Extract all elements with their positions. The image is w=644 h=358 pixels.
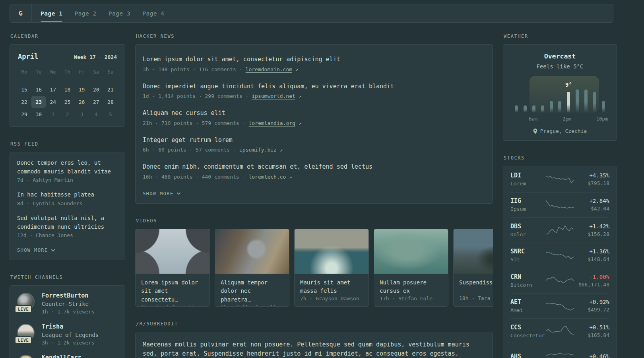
external-link-icon[interactable]: ↗ (280, 147, 283, 153)
stock-sparkline (546, 275, 574, 286)
story-meta: 21h · 710 points · 579 comments · loreml… (143, 120, 485, 126)
hackernews-header: HACKER NEWS (136, 33, 493, 39)
story-title[interactable]: Donec enim nibh, condimentum et accumsan… (143, 162, 485, 171)
stock-change: +0.46% (574, 353, 610, 358)
video-card[interactable]: Suspendisse diam 18h · Tara (453, 229, 493, 307)
video-card[interactable]: Lorem ipsum dolor sit amet consectetu… 1… (135, 229, 210, 307)
weekday-label: Su (103, 67, 118, 77)
stock-left: CRN Bitcorn (510, 273, 546, 288)
temp-bar-slot: 9° (564, 77, 573, 113)
channel-name: KendallCarr (42, 354, 81, 358)
stock-row[interactable]: AET Amet +0.92% $499.72 (510, 293, 609, 319)
stock-left: DBS Dolor (510, 223, 546, 237)
external-link-icon[interactable]: ↗ (289, 174, 292, 180)
temperature-bars: 9° (512, 77, 608, 113)
stocks-header: STOCKS (504, 155, 617, 161)
stock-price: $795.18 (574, 180, 610, 186)
stock-change: +1.36% (574, 248, 610, 255)
stock-ticker: AET (510, 298, 546, 305)
calendar-day: 5 (103, 108, 118, 120)
stock-row[interactable]: DBS Dolor +1.42% $156.28 (510, 217, 609, 243)
page-tab[interactable]: Page 2 (74, 4, 96, 22)
hackernews-list: Lorem ipsum dolor sit amet, consectetur … (143, 55, 485, 180)
calendar-month: April (18, 53, 38, 60)
calendar-day: 1 (46, 108, 60, 120)
stock-row[interactable]: CRN Bitcorn -1.00% $66,171.48 (510, 268, 609, 293)
temp-bar-slot (582, 77, 590, 113)
page-tab[interactable]: Page 4 (142, 4, 164, 22)
stock-row[interactable]: LDI Lorem +4.35% $795.18 (510, 167, 609, 192)
story-title[interactable]: Lorem ipsum dolor sit amet, consectetur … (143, 55, 485, 64)
twitch-section: TWITCH CHANNELS LIVE ForrestBurton Count… (10, 274, 125, 358)
page-tab[interactable]: Page 1 (41, 4, 62, 22)
channel-game: League of Legends (42, 332, 99, 338)
page-tab[interactable]: Page 3 (109, 4, 130, 22)
stock-change: +0.92% (574, 299, 610, 305)
rss-item-title[interactable]: Sed volutpat nulla nisl, a condimentum n… (17, 214, 118, 231)
rss-show-more-button[interactable]: SHOW MORE (17, 247, 55, 253)
story-title[interactable]: Integer eget rutrum lorem (143, 136, 485, 145)
video-title: Aliquam tempor dolor nec pharetra… (221, 278, 283, 304)
hackernews-show-more-button[interactable]: SHOW MORE (143, 191, 181, 197)
stock-left: CCS Consectetur (510, 324, 546, 339)
stock-left: LDI Lorem (510, 172, 546, 187)
stock-right: +1.42% $156.28 (574, 223, 610, 237)
stock-name: Sit (510, 257, 546, 263)
story-domain-link[interactable]: loremlandia.org (248, 120, 295, 126)
rss-item-title[interactable]: Donec tempor eros leo, ut commodo mauris… (17, 159, 118, 176)
calendar-head: April Week 17 · 2024 (17, 51, 118, 60)
story-domain-link[interactable]: ipsumify.biz (239, 147, 277, 153)
temp-bar (532, 105, 535, 113)
stock-right: +0.46% (574, 353, 610, 358)
video-body: Suspendisse diam 18h · Tara (454, 274, 493, 306)
rss-item-title[interactable]: In hac habitasse platea (17, 191, 118, 199)
external-link-icon[interactable]: ↗ (299, 93, 301, 99)
video-card[interactable]: Nullam posuere cursus ex 17h · Stefan Co… (374, 229, 448, 307)
twitch-channel-row[interactable]: LIVE KendallCarr (17, 354, 118, 358)
weather-section: WEATHER Overcast Feels like 5°C 9° 6am2p… (503, 33, 617, 141)
rss-item-meta: 8d · Cynthia Saunders (17, 200, 118, 206)
stock-row[interactable]: AHS +0.46% (510, 344, 609, 358)
stock-row[interactable]: CCS Consectetur +0.51% $165.84 (510, 318, 609, 344)
stock-sparkline (546, 174, 574, 185)
calendar-day: 2 (60, 108, 74, 120)
app-logo: G (10, 4, 32, 22)
calendar-day: 3 (75, 108, 89, 120)
external-link-icon[interactable]: ↗ (295, 67, 298, 72)
tab-label: Page 1 (41, 10, 62, 17)
story-title[interactable]: Aliquam nec cursus elit (143, 109, 485, 118)
stock-row[interactable]: SNRC Sit +1.36% $148.64 (510, 243, 609, 268)
story-title[interactable]: Donec imperdiet augue tincidunt felis al… (143, 82, 485, 91)
live-badge: LIVE (15, 305, 32, 313)
page-tabs: Page 1 Page 2 Page 3 Page 4 (32, 4, 177, 22)
stock-sparkline (546, 351, 574, 358)
video-card[interactable]: Mauris sit amet massa felis 7h · Grayson… (294, 229, 369, 307)
video-meta: 18h · Tara (459, 295, 493, 301)
video-body: Lorem ipsum dolor sit amet consectetu… 1… (136, 274, 209, 307)
subreddit-header: /R/SUBREDDIT (136, 321, 493, 327)
videos-section: VIDEOS Lorem ipsum dolor sit amet consec… (135, 218, 493, 307)
videos-row: Lorem ipsum dolor sit amet consectetu… 1… (135, 229, 493, 307)
subreddit-post-title[interactable]: Maecenas mollis pulvinar erat non posuer… (143, 340, 485, 358)
stock-row[interactable]: IIG Ipsum +2.84% $42.04 (510, 192, 609, 218)
weather-header: WEATHER (504, 33, 617, 39)
temp-bar (558, 101, 561, 113)
video-card[interactable]: Aliquam tempor dolor nec pharetra… 1h · … (215, 229, 289, 307)
stock-change: +2.84% (574, 198, 610, 204)
channel-avatar (17, 355, 35, 358)
story-domain-link[interactable]: ipsumworld.net (252, 93, 295, 99)
calendar-day: 18 (60, 84, 74, 95)
rss-item: Donec tempor eros leo, ut commodo mauris… (17, 159, 118, 183)
external-link-icon[interactable]: ↗ (299, 121, 301, 126)
weather-card: Overcast Feels like 5°C 9° 6am2pm10pm Pr… (503, 44, 617, 141)
twitch-channel-row[interactable]: LIVE ForrestBurton Counter-Strike 1h · 1… (17, 292, 118, 315)
story-domain-link[interactable]: loremdomain.com (246, 66, 292, 72)
story-meta: 3h · 148 points · 116 comments · loremdo… (143, 66, 485, 72)
right-column: WEATHER Overcast Feels like 5°C 9° 6am2p… (503, 33, 617, 358)
time-label (588, 116, 596, 122)
hackernews-item: Donec imperdiet augue tincidunt felis al… (143, 82, 485, 99)
story-domain-link[interactable]: loremtech.co (248, 174, 286, 180)
twitch-channel-row[interactable]: LIVE Trisha League of Legends 3h · 1.2k … (17, 323, 118, 346)
subreddit-card: Maecenas mollis pulvinar erat non posuer… (135, 332, 493, 358)
temp-bar-slot (599, 77, 608, 113)
